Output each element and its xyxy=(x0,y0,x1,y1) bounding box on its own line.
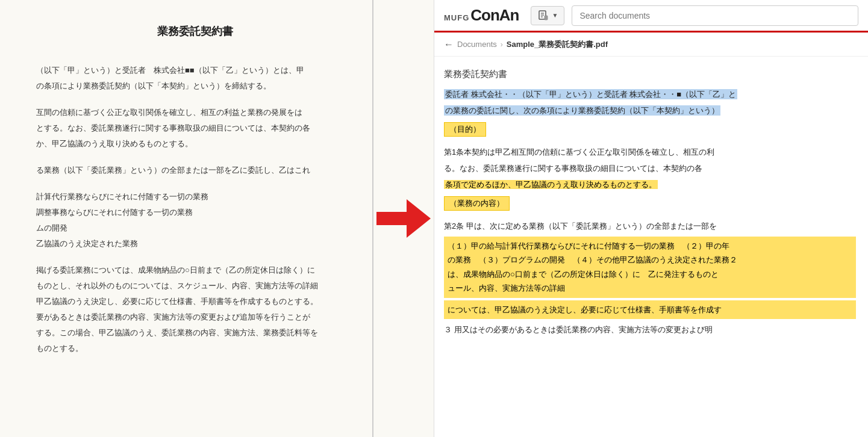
left-doc-title: 業務委託契約書 xyxy=(36,24,354,39)
document-icon xyxy=(537,10,549,22)
block-2-text: については、甲乙協議のうえ決定し、必要に応じて仕様書、手順書等を作成す xyxy=(448,305,722,314)
highlight-yellow-line-5: 条項で定めるほか、甲乙協議のうえ取り決めるものとする。 xyxy=(444,180,658,189)
highlight-blue-1: 委託者 株式会社・・（以下「甲」という）と受託者 株式会社・・■（以下「乙」と xyxy=(444,89,737,99)
breadcrumb-separator: › xyxy=(501,40,503,49)
logo-conan: ConAn xyxy=(470,6,519,25)
breadcrumb-filename: Sample_業務委託契約書.pdf xyxy=(507,39,608,50)
section-header-1: （目的） xyxy=(444,122,856,141)
left-doc-body: （以下「甲」という）と受託者 株式会社■■（以下「乙」という）とは、甲の条項によ… xyxy=(36,63,354,356)
block-2: については、甲乙協議のうえ決定し、必要に応じて仕様書、手順書等を作成す xyxy=(444,300,856,319)
app-header: MUFG ConAn ▼ xyxy=(434,0,868,33)
direction-arrow xyxy=(373,0,434,437)
line-5: 条項で定めるほか、甲乙協議のうえ取り決めるものとする。 xyxy=(444,179,856,190)
highlight-blue-2: の業務の委託に関し、次の条項により業務委託契約（以下「本契約」という） xyxy=(444,105,720,116)
line-3-text: 第1条本契約は甲乙相互間の信頼に基づく公正な取引関係を確立し、相互の利 xyxy=(444,147,714,157)
line-3: 第1条本契約は甲乙相互間の信頼に基づく公正な取引関係を確立し、相互の利 xyxy=(444,146,856,158)
line-7: ３ 用又はその必要があるときは委託業務の内容、実施方法等の変更および明 xyxy=(444,324,856,335)
line-6: 第2条 甲は、次に定める業務（以下「委託業務」という）の全部または一部を xyxy=(444,220,856,232)
search-input[interactable] xyxy=(572,5,858,26)
line-1-text: 委託者 株式会社・・（以下「甲」という）と受託者 株式会社・・■（以下「乙」と xyxy=(444,89,737,99)
line-4: る。なお、委託業務遂行に関する事務取扱の細目については、本契約の各 xyxy=(444,163,856,174)
block-1: （１）甲の給与計算代行業務ならびにそれに付随する一切の業務 （２）甲の年の業務 … xyxy=(444,237,856,298)
line-7-text: ３ 用又はその必要があるときは委託業務の内容、実施方法等の変更および明 xyxy=(444,325,713,334)
line-6-text: 第2条 甲は、次に定める業務（以下「委託業務」という）の全部または一部を xyxy=(444,222,717,231)
chevron-down-icon: ▼ xyxy=(552,12,558,19)
document-type-selector[interactable]: ▼ xyxy=(531,6,564,25)
app-logo: MUFG ConAn xyxy=(444,6,519,25)
line-2: の業務の委託に関し、次の条項により業務委託契約（以下「本契約」という） xyxy=(444,105,856,116)
line-1: 委託者 株式会社・・（以下「甲」という）と受託者 株式会社・・■（以下「乙」と xyxy=(444,88,856,100)
left-para-2: 互間の信頼に基づく公正な取引関係を確立し、相互の利益と業務の発展をはとする。なお… xyxy=(36,105,354,152)
right-app-panel: MUFG ConAn ▼ ← Documents › Sample_業務委託契約… xyxy=(434,0,868,437)
left-document-panel: 業務委託契約書 （以下「甲」という）と受託者 株式会社■■（以下「乙」という）と… xyxy=(0,0,373,437)
line-4-text: る。なお、委託業務遂行に関する事務取扱の細目については、本契約の各 xyxy=(444,164,702,173)
section-header-2: （業務の内容） xyxy=(444,196,856,215)
left-para-4: 計算代行業務ならびにそれに付随する一切の業務調整事務ならびにそれに付随する一切の… xyxy=(36,189,354,252)
line-2-text: の業務の委託に関し、次の条項により業務委託契約（以下「本契約」という） xyxy=(444,105,720,116)
left-para-5: 掲げる委託業務については、成果物納品の○日前まで（乙の所定休日は除く）にものとし… xyxy=(36,262,354,356)
breadcrumb-documents[interactable]: Documents xyxy=(457,40,497,49)
section-badge-2: （業務の内容） xyxy=(444,196,510,211)
document-content-panel: 業務委託契約書 委託者 株式会社・・（以下「甲」という）と受託者 株式会社・・■… xyxy=(434,57,868,437)
back-button[interactable]: ← xyxy=(444,39,454,50)
left-para-3: る業務（以下「委託業務」という）の全部または一部を乙に委託し、乙はこれ xyxy=(36,163,354,178)
right-doc-title: 業務委託契約書 xyxy=(444,69,856,80)
logo-mufg: MUFG xyxy=(444,13,469,22)
block-1-text: （１）甲の給与計算代行業務ならびにそれに付随する一切の業務 （２）甲の年の業務 … xyxy=(448,241,737,293)
svg-rect-4 xyxy=(545,16,548,20)
section-badge-1: （目的） xyxy=(444,122,486,137)
breadcrumb-bar: ← Documents › Sample_業務委託契約書.pdf xyxy=(434,33,868,57)
left-para-1: （以下「甲」という）と受託者 株式会社■■（以下「乙」という）とは、甲の条項によ… xyxy=(36,63,354,94)
